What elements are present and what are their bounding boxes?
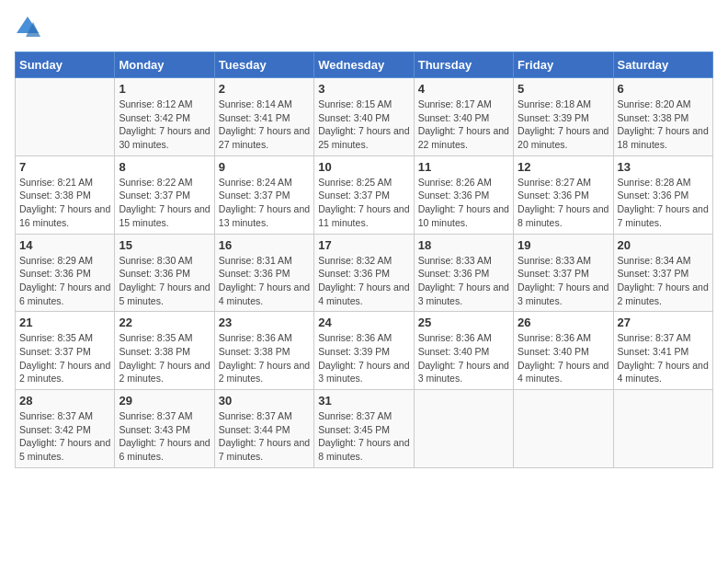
day-number: 24 xyxy=(318,316,409,329)
calendar-cell: 5Sunrise: 8:18 AM Sunset: 3:39 PM Daylig… xyxy=(514,78,613,156)
day-number: 31 xyxy=(318,394,409,408)
calendar-header: SundayMondayTuesdayWednesdayThursdayFrid… xyxy=(16,52,713,78)
header-day-monday: Monday xyxy=(115,52,214,78)
calendar-cell: 30Sunrise: 8:37 AM Sunset: 3:44 PM Dayli… xyxy=(214,390,313,468)
calendar-cell: 11Sunrise: 8:26 AM Sunset: 3:36 PM Dayli… xyxy=(414,155,513,234)
day-info: Sunrise: 8:17 AM Sunset: 3:40 PM Dayligh… xyxy=(418,98,509,152)
day-info: Sunrise: 8:18 AM Sunset: 3:39 PM Dayligh… xyxy=(518,98,609,152)
day-info: Sunrise: 8:37 AM Sunset: 3:42 PM Dayligh… xyxy=(19,409,110,464)
day-number: 20 xyxy=(618,238,709,252)
calendar-cell: 20Sunrise: 8:34 AM Sunset: 3:37 PM Dayli… xyxy=(613,234,712,312)
calendar-cell xyxy=(514,390,613,468)
week-row-5: 28Sunrise: 8:37 AM Sunset: 3:42 PM Dayli… xyxy=(16,390,713,468)
calendar-cell: 24Sunrise: 8:36 AM Sunset: 3:39 PM Dayli… xyxy=(314,312,414,390)
day-number: 5 xyxy=(518,82,609,96)
day-number: 9 xyxy=(219,160,310,174)
day-info: Sunrise: 8:27 AM Sunset: 3:36 PM Dayligh… xyxy=(518,176,609,230)
calendar-cell: 3Sunrise: 8:15 AM Sunset: 3:40 PM Daylig… xyxy=(314,78,414,156)
calendar-cell xyxy=(16,78,115,156)
calendar-cell: 22Sunrise: 8:35 AM Sunset: 3:38 PM Dayli… xyxy=(115,312,214,390)
day-number: 22 xyxy=(119,316,210,329)
week-row-1: 1Sunrise: 8:12 AM Sunset: 3:42 PM Daylig… xyxy=(16,78,713,156)
day-number: 15 xyxy=(119,238,210,252)
day-info: Sunrise: 8:14 AM Sunset: 3:41 PM Dayligh… xyxy=(219,98,310,152)
day-number: 28 xyxy=(19,394,110,408)
header-day-tuesday: Tuesday xyxy=(214,52,313,78)
day-info: Sunrise: 8:33 AM Sunset: 3:37 PM Dayligh… xyxy=(518,254,609,308)
day-number: 21 xyxy=(19,316,110,329)
calendar-cell: 29Sunrise: 8:37 AM Sunset: 3:43 PM Dayli… xyxy=(115,390,214,468)
header-row: SundayMondayTuesdayWednesdayThursdayFrid… xyxy=(16,52,713,78)
day-number: 12 xyxy=(518,160,609,174)
header-day-wednesday: Wednesday xyxy=(314,52,414,78)
calendar-cell: 17Sunrise: 8:32 AM Sunset: 3:36 PM Dayli… xyxy=(314,234,414,312)
day-info: Sunrise: 8:32 AM Sunset: 3:36 PM Dayligh… xyxy=(318,254,409,308)
day-number: 6 xyxy=(618,82,709,96)
calendar-cell: 18Sunrise: 8:33 AM Sunset: 3:36 PM Dayli… xyxy=(414,234,513,312)
calendar-cell: 10Sunrise: 8:25 AM Sunset: 3:37 PM Dayli… xyxy=(314,155,414,234)
calendar-cell: 25Sunrise: 8:36 AM Sunset: 3:40 PM Dayli… xyxy=(414,312,513,390)
day-info: Sunrise: 8:34 AM Sunset: 3:37 PM Dayligh… xyxy=(618,254,709,308)
day-number: 16 xyxy=(219,238,310,252)
header-day-sunday: Sunday xyxy=(16,52,115,78)
day-number: 2 xyxy=(219,82,310,96)
day-number: 8 xyxy=(119,160,210,174)
day-number: 11 xyxy=(418,160,509,174)
calendar-cell: 14Sunrise: 8:29 AM Sunset: 3:36 PM Dayli… xyxy=(16,234,115,312)
day-info: Sunrise: 8:35 AM Sunset: 3:37 PM Dayligh… xyxy=(19,331,110,385)
week-row-2: 7Sunrise: 8:21 AM Sunset: 3:38 PM Daylig… xyxy=(16,155,713,234)
calendar-cell: 19Sunrise: 8:33 AM Sunset: 3:37 PM Dayli… xyxy=(514,234,613,312)
calendar-cell: 26Sunrise: 8:36 AM Sunset: 3:40 PM Dayli… xyxy=(514,312,613,390)
day-number: 4 xyxy=(418,82,509,96)
calendar-cell: 1Sunrise: 8:12 AM Sunset: 3:42 PM Daylig… xyxy=(115,78,214,156)
day-info: Sunrise: 8:21 AM Sunset: 3:38 PM Dayligh… xyxy=(19,176,110,230)
day-info: Sunrise: 8:28 AM Sunset: 3:36 PM Dayligh… xyxy=(618,176,709,230)
day-number: 26 xyxy=(518,316,609,329)
calendar-cell: 8Sunrise: 8:22 AM Sunset: 3:37 PM Daylig… xyxy=(115,155,214,234)
day-number: 7 xyxy=(19,160,110,174)
calendar-cell: 23Sunrise: 8:36 AM Sunset: 3:38 PM Dayli… xyxy=(214,312,313,390)
calendar-cell: 16Sunrise: 8:31 AM Sunset: 3:36 PM Dayli… xyxy=(214,234,313,312)
day-number: 29 xyxy=(119,394,210,408)
calendar-cell: 7Sunrise: 8:21 AM Sunset: 3:38 PM Daylig… xyxy=(16,155,115,234)
logo-icon xyxy=(15,15,40,40)
calendar-cell: 28Sunrise: 8:37 AM Sunset: 3:42 PM Dayli… xyxy=(16,390,115,468)
day-number: 25 xyxy=(418,316,509,329)
day-info: Sunrise: 8:36 AM Sunset: 3:40 PM Dayligh… xyxy=(418,331,509,385)
calendar-cell: 15Sunrise: 8:30 AM Sunset: 3:36 PM Dayli… xyxy=(115,234,214,312)
day-number: 14 xyxy=(19,238,110,252)
day-info: Sunrise: 8:12 AM Sunset: 3:42 PM Dayligh… xyxy=(119,98,210,152)
calendar-cell xyxy=(414,390,513,468)
day-info: Sunrise: 8:29 AM Sunset: 3:36 PM Dayligh… xyxy=(19,254,110,308)
calendar-cell: 13Sunrise: 8:28 AM Sunset: 3:36 PM Dayli… xyxy=(613,155,712,234)
day-number: 1 xyxy=(119,82,210,96)
day-number: 19 xyxy=(518,238,609,252)
day-info: Sunrise: 8:35 AM Sunset: 3:38 PM Dayligh… xyxy=(119,331,210,385)
calendar-cell: 2Sunrise: 8:14 AM Sunset: 3:41 PM Daylig… xyxy=(214,78,313,156)
day-info: Sunrise: 8:20 AM Sunset: 3:38 PM Dayligh… xyxy=(618,98,709,152)
calendar-cell: 31Sunrise: 8:37 AM Sunset: 3:45 PM Dayli… xyxy=(314,390,414,468)
day-info: Sunrise: 8:15 AM Sunset: 3:40 PM Dayligh… xyxy=(318,98,409,152)
day-info: Sunrise: 8:33 AM Sunset: 3:36 PM Dayligh… xyxy=(418,254,509,308)
header-day-thursday: Thursday xyxy=(414,52,513,78)
calendar-cell: 21Sunrise: 8:35 AM Sunset: 3:37 PM Dayli… xyxy=(16,312,115,390)
day-number: 17 xyxy=(318,238,409,252)
logo xyxy=(15,15,44,40)
day-info: Sunrise: 8:37 AM Sunset: 3:41 PM Dayligh… xyxy=(618,331,709,385)
day-info: Sunrise: 8:37 AM Sunset: 3:45 PM Dayligh… xyxy=(318,409,409,464)
day-info: Sunrise: 8:24 AM Sunset: 3:37 PM Dayligh… xyxy=(219,176,310,230)
calendar-cell: 6Sunrise: 8:20 AM Sunset: 3:38 PM Daylig… xyxy=(613,78,712,156)
header-day-saturday: Saturday xyxy=(613,52,712,78)
day-number: 3 xyxy=(318,82,409,96)
calendar-body: 1Sunrise: 8:12 AM Sunset: 3:42 PM Daylig… xyxy=(16,78,713,468)
day-number: 30 xyxy=(219,394,310,408)
week-row-3: 14Sunrise: 8:29 AM Sunset: 3:36 PM Dayli… xyxy=(16,234,713,312)
day-info: Sunrise: 8:25 AM Sunset: 3:37 PM Dayligh… xyxy=(318,176,409,230)
calendar-cell: 4Sunrise: 8:17 AM Sunset: 3:40 PM Daylig… xyxy=(414,78,513,156)
header-day-friday: Friday xyxy=(514,52,613,78)
day-number: 18 xyxy=(418,238,509,252)
calendar-cell: 9Sunrise: 8:24 AM Sunset: 3:37 PM Daylig… xyxy=(214,155,313,234)
calendar-cell xyxy=(613,390,712,468)
day-info: Sunrise: 8:22 AM Sunset: 3:37 PM Dayligh… xyxy=(119,176,210,230)
day-info: Sunrise: 8:30 AM Sunset: 3:36 PM Dayligh… xyxy=(119,254,210,308)
